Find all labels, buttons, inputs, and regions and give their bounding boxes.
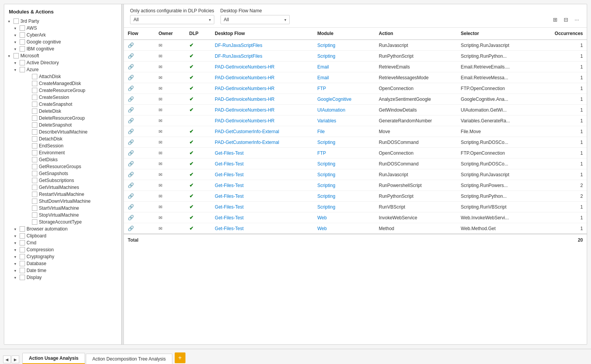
- module-link[interactable]: Scripting: [317, 172, 336, 177]
- owner-mail-icon[interactable]: ✉: [159, 161, 162, 167]
- sidebar-item-storageacctype[interactable]: StorageAccountType: [6, 219, 120, 225]
- owner-mail-icon[interactable]: ✉: [159, 183, 162, 188]
- sidebar-item-getresgrps[interactable]: GetResourceGroups: [6, 163, 120, 170]
- flow-link-icon[interactable]: 🔗: [128, 107, 134, 113]
- checkbox[interactable]: [32, 219, 37, 225]
- owner-mail-icon[interactable]: ✉: [159, 53, 162, 59]
- desktop-flow-link[interactable]: PAD-GetInvoiceNumbers-HR: [215, 75, 274, 80]
- tab-decomp[interactable]: Action Decomposition Tree Analysis: [86, 354, 172, 364]
- owner-mail-icon[interactable]: ✉: [159, 107, 162, 113]
- checkbox[interactable]: [20, 233, 25, 239]
- owner-mail-icon[interactable]: ✉: [159, 75, 162, 80]
- owner-mail-icon[interactable]: ✉: [159, 97, 162, 102]
- owner-mail-icon[interactable]: ✉: [159, 215, 162, 220]
- checkbox[interactable]: [32, 109, 37, 114]
- filter-icon[interactable]: ⊞: [551, 16, 559, 23]
- module-link[interactable]: Web: [317, 226, 327, 231]
- sidebar-item-3rdparty[interactable]: ▾ 3rd Party: [6, 18, 120, 25]
- checkbox[interactable]: [20, 247, 25, 252]
- owner-mail-icon[interactable]: ✉: [159, 129, 162, 134]
- flow-link-icon[interactable]: 🔗: [128, 225, 134, 231]
- sidebar-item-googlecog[interactable]: ▾ Google cognitive: [6, 38, 120, 45]
- desktop-flow-link[interactable]: PAD-GetInvoiceNumbers-HR: [215, 118, 274, 124]
- module-link[interactable]: Scripting: [317, 183, 336, 188]
- sidebar-item-endsession[interactable]: EndSession: [6, 142, 120, 149]
- flow-link-icon[interactable]: 🔗: [128, 161, 134, 167]
- sidebar-item-detachdisk[interactable]: DetachDisk: [6, 135, 120, 142]
- checkbox[interactable]: [13, 53, 19, 58]
- sidebar-item-getdisks[interactable]: GetDisks: [6, 156, 120, 163]
- owner-mail-icon[interactable]: ✉: [159, 226, 162, 231]
- module-link[interactable]: Scripting: [317, 161, 336, 167]
- checkbox[interactable]: [20, 39, 25, 45]
- flow-link-icon[interactable]: 🔗: [128, 64, 134, 70]
- nav-prev-button[interactable]: ◀: [3, 356, 11, 363]
- sidebar-item-createmgddisk[interactable]: CreateManagedDisk: [6, 80, 120, 87]
- owner-mail-icon[interactable]: ✉: [159, 194, 162, 199]
- filter2-select[interactable]: All ▾: [220, 15, 290, 24]
- sidebar-item-restartvirtmach[interactable]: RestartVirtualMachine: [6, 191, 120, 198]
- flow-link-icon[interactable]: 🔗: [128, 118, 134, 124]
- sidebar-item-deletesnapshot[interactable]: DeleteSnapshot: [6, 122, 120, 129]
- module-link[interactable]: Scripting: [317, 43, 336, 48]
- desktop-flow-link[interactable]: PAD-GetCustomerInfo-External: [215, 140, 279, 145]
- checkbox[interactable]: [20, 254, 25, 259]
- sidebar-item-getvirtmach[interactable]: GetVirtualMachines: [6, 184, 120, 191]
- owner-mail-icon[interactable]: ✉: [159, 204, 162, 210]
- checkbox[interactable]: [32, 136, 37, 142]
- checkbox[interactable]: [20, 240, 25, 245]
- flow-link-icon[interactable]: 🔗: [128, 42, 134, 48]
- checkbox[interactable]: [20, 60, 25, 65]
- flow-link-icon[interactable]: 🔗: [128, 150, 134, 156]
- sidebar-item-createsession[interactable]: CreateSession: [6, 94, 120, 101]
- sidebar-item-display[interactable]: ▾ Display: [6, 274, 120, 281]
- sidebar-item-getsnapshots[interactable]: GetSnapshots: [6, 170, 120, 177]
- sidebar-item-cryptography[interactable]: ▾ Cryptography: [6, 253, 120, 260]
- flow-link-icon[interactable]: 🔗: [128, 204, 134, 210]
- sidebar-item-createsnapshot[interactable]: CreateSnapshot: [6, 101, 120, 108]
- module-link[interactable]: GoogleCognitive: [317, 97, 352, 102]
- sidebar-item-ibmcog[interactable]: ▾ IBM cognitive: [6, 45, 120, 52]
- module-link[interactable]: Scripting: [317, 194, 336, 199]
- checkbox[interactable]: [32, 150, 37, 155]
- desktop-flow-link[interactable]: Get-Files-Test: [215, 183, 244, 188]
- owner-mail-icon[interactable]: ✉: [159, 64, 162, 70]
- flow-link-icon[interactable]: 🔗: [128, 96, 134, 102]
- module-link[interactable]: Web: [317, 215, 327, 220]
- owner-mail-icon[interactable]: ✉: [159, 43, 162, 48]
- checkbox[interactable]: [20, 275, 25, 280]
- module-link[interactable]: Email: [317, 64, 329, 70]
- flow-link-icon[interactable]: 🔗: [128, 75, 134, 80]
- desktop-flow-link[interactable]: PAD-GetInvoiceNumbers-HR: [215, 107, 274, 113]
- owner-mail-icon[interactable]: ✉: [159, 140, 162, 145]
- owner-mail-icon[interactable]: ✉: [159, 172, 162, 177]
- module-link[interactable]: FTP: [317, 150, 326, 156]
- checkbox[interactable]: [13, 18, 19, 24]
- desktop-flow-link[interactable]: Get-Files-Test: [215, 172, 244, 177]
- module-link[interactable]: FTP: [317, 86, 326, 91]
- module-link[interactable]: Scripting: [317, 140, 336, 145]
- desktop-flow-link[interactable]: DF-RunJavaScriptFiles: [215, 53, 262, 59]
- checkbox[interactable]: [32, 205, 37, 211]
- checkbox[interactable]: [32, 74, 37, 79]
- sidebar-item-getsubs[interactable]: GetSubscriptions: [6, 177, 120, 184]
- sidebar-item-attachdisk[interactable]: AttachDisk: [6, 73, 120, 80]
- owner-mail-icon[interactable]: ✉: [159, 150, 162, 156]
- sidebar-item-createresgrp[interactable]: CreateResourceGroup: [6, 87, 120, 94]
- flow-link-icon[interactable]: 🔗: [128, 172, 134, 177]
- checkbox[interactable]: [32, 95, 37, 100]
- sidebar-item-environment[interactable]: Environment: [6, 149, 120, 156]
- module-link[interactable]: Scripting: [317, 53, 336, 59]
- checkbox[interactable]: [20, 268, 25, 273]
- sidebar-item-cmd[interactable]: ▾ Cmd: [6, 239, 120, 246]
- checkbox[interactable]: [32, 199, 37, 204]
- checkbox[interactable]: [32, 129, 37, 135]
- desktop-flow-link[interactable]: Get-Files-Test: [215, 215, 244, 220]
- flow-link-icon[interactable]: 🔗: [128, 182, 134, 188]
- checkbox[interactable]: [32, 102, 37, 107]
- flow-link-icon[interactable]: 🔗: [128, 53, 134, 59]
- checkbox[interactable]: [20, 261, 25, 266]
- flow-link-icon[interactable]: 🔗: [128, 85, 134, 91]
- desktop-flow-link[interactable]: Get-Files-Test: [215, 150, 244, 156]
- checkbox[interactable]: [32, 157, 37, 162]
